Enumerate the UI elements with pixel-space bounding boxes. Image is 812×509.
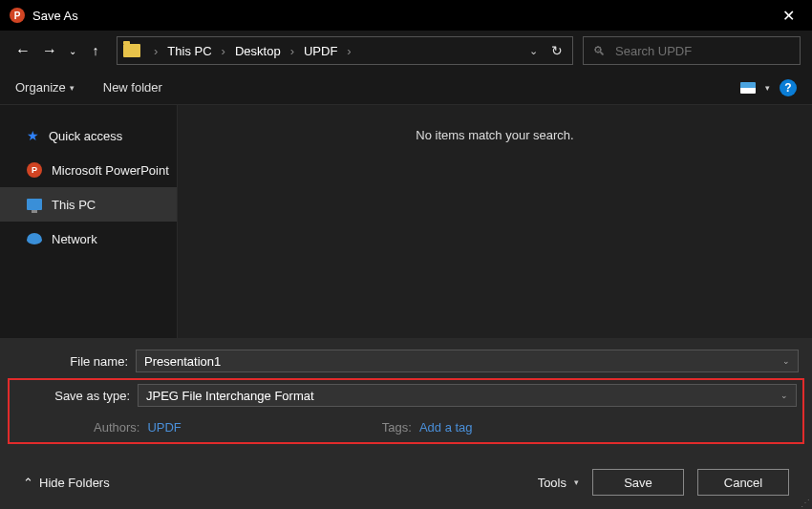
history-dropdown-icon[interactable]: ⌄ — [65, 46, 80, 56]
chevron-right-icon: › — [148, 44, 163, 58]
cancel-button[interactable]: Cancel — [697, 469, 789, 496]
filename-label: File name: — [10, 354, 136, 369]
toolbar: Organize▾ New folder ▾ ? — [0, 71, 812, 105]
close-icon[interactable]: ✕ — [774, 7, 802, 25]
chevron-down-icon[interactable]: ⌄ — [780, 391, 788, 400]
chevron-down-icon[interactable]: ⌄ — [782, 356, 790, 366]
breadcrumb[interactable]: This PC — [163, 44, 215, 58]
hide-folders-button[interactable]: ⌃ Hide Folders — [23, 476, 110, 490]
folder-icon — [123, 44, 140, 57]
metadata-row: Authors: UPDF Tags: Add a tag — [11, 413, 801, 436]
search-icon: 🔍︎ — [593, 44, 606, 58]
sidebar: ★ Quick access P Microsoft PowerPoint Th… — [0, 105, 178, 338]
filetype-label: Save as type: — [11, 389, 138, 403]
authors-label: Authors: — [94, 420, 139, 435]
monitor-icon — [27, 199, 42, 210]
sidebar-item-quick-access[interactable]: ★ Quick access — [0, 118, 177, 153]
view-icon[interactable] — [740, 82, 756, 94]
up-icon[interactable]: ↑ — [84, 43, 107, 58]
filetype-row: Save as type: JPEG File Interchange Form… — [11, 384, 801, 407]
sidebar-item-powerpoint[interactable]: P Microsoft PowerPoint — [0, 153, 177, 187]
breadcrumb[interactable]: Desktop — [231, 44, 285, 58]
empty-message: No items match your search. — [416, 128, 573, 338]
organize-button[interactable]: Organize▾ — [15, 80, 75, 95]
tags-label: Tags: — [382, 420, 412, 435]
button-row: ⌃ Hide Folders Tools▾ Save Cancel — [10, 463, 802, 501]
chevron-right-icon: › — [341, 44, 356, 58]
body: ★ Quick access P Microsoft PowerPoint Th… — [0, 105, 812, 338]
address-bar[interactable]: › This PC › Desktop › UPDF › ⌄ ↻ — [117, 36, 573, 65]
refresh-icon[interactable]: ↻ — [551, 43, 563, 58]
bottom-panel: File name: Presentation1 ⌄ Save as type:… — [0, 338, 812, 509]
network-icon — [27, 233, 42, 244]
back-icon[interactable]: ← — [11, 42, 34, 59]
save-button[interactable]: Save — [592, 469, 684, 496]
chevron-right-icon: › — [285, 44, 300, 58]
chevron-down-icon[interactable]: ⌄ — [529, 45, 538, 57]
resize-grip-icon[interactable]: ⋰ — [801, 501, 808, 505]
app-icon: P — [10, 8, 25, 23]
filename-input[interactable]: Presentation1 ⌄ — [136, 350, 799, 372]
filetype-select[interactable]: JPEG File Interchange Format ⌄ — [138, 384, 797, 407]
powerpoint-icon: P — [27, 162, 42, 178]
window-title: Save As — [32, 9, 774, 23]
highlight-annotation: Save as type: JPEG File Interchange Form… — [8, 378, 804, 444]
tools-dropdown[interactable]: Tools▾ — [538, 476, 579, 490]
filename-row: File name: Presentation1 ⌄ — [10, 350, 802, 372]
chevron-up-icon: ⌃ — [23, 476, 33, 490]
star-icon: ★ — [27, 128, 39, 143]
search-placeholder: Search UPDF — [615, 44, 692, 58]
navbar: ← → ⌄ ↑ › This PC › Desktop › UPDF › ⌄ ↻… — [0, 31, 812, 71]
help-icon[interactable]: ? — [780, 79, 797, 96]
view-dropdown-icon[interactable]: ▾ — [765, 83, 770, 93]
tags-field[interactable]: Add a tag — [419, 420, 473, 435]
sidebar-item-label: Network — [52, 232, 97, 246]
sidebar-item-label: Quick access — [49, 129, 122, 143]
sidebar-item-this-pc[interactable]: This PC — [0, 187, 177, 222]
forward-icon[interactable]: → — [38, 42, 61, 59]
file-list-area: No items match your search. — [178, 105, 812, 338]
sidebar-item-label: This PC — [52, 198, 96, 212]
chevron-right-icon: › — [216, 44, 231, 58]
sidebar-item-label: Microsoft PowerPoint — [52, 163, 169, 178]
search-input[interactable]: 🔍︎ Search UPDF — [583, 36, 801, 65]
titlebar: P Save As ✕ — [0, 0, 812, 31]
new-folder-button[interactable]: New folder — [103, 80, 162, 95]
authors-field[interactable]: UPDF — [147, 420, 181, 435]
save-as-dialog: P Save As ✕ ← → ⌄ ↑ › This PC › Desktop … — [0, 0, 812, 509]
sidebar-item-network[interactable]: Network — [0, 222, 177, 256]
breadcrumb[interactable]: UPDF — [300, 44, 341, 58]
